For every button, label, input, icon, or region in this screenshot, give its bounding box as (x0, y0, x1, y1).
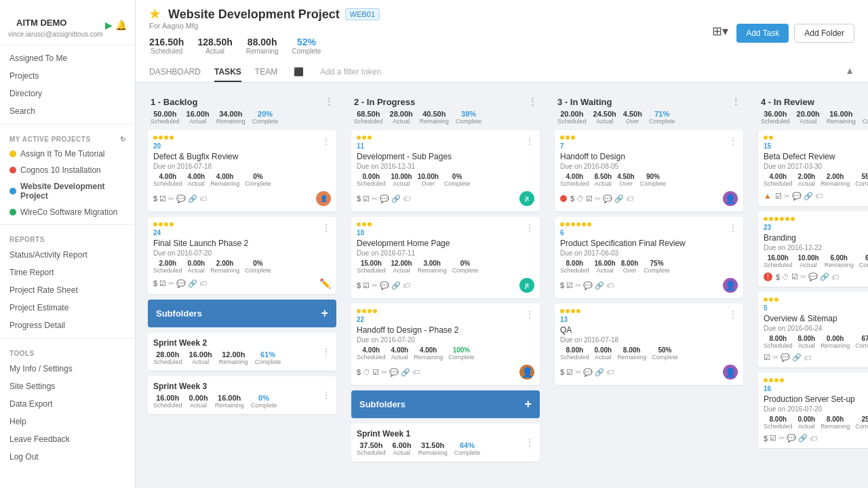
checkbox-icon-7[interactable]: ☑ (586, 195, 593, 203)
tag-icon-22[interactable]: 🏷 (412, 368, 420, 376)
filter-icon[interactable]: ⬛ (291, 63, 307, 82)
sidebar-nav-feedback[interactable]: Leave Feedback (0, 430, 135, 448)
dollar-icon-22[interactable]: $ (357, 368, 361, 376)
sprint-week1-menu[interactable]: ⋮ (525, 437, 534, 448)
tag-icon-10[interactable]: 🏷 (403, 281, 410, 289)
dollar-icon[interactable]: $ (153, 195, 157, 203)
scissors-icon-6[interactable]: ✂ (575, 281, 581, 290)
link-icon-16[interactable]: 🔗 (798, 434, 808, 443)
chat-icon-16[interactable]: 💬 (787, 434, 796, 443)
task-7-menu[interactable]: ⋮ (728, 136, 738, 146)
link-icon-15[interactable]: 🔗 (804, 192, 813, 201)
tab-dashboard[interactable]: DASHBOARD (149, 63, 201, 82)
dollar-icon-7[interactable]: $ (570, 195, 574, 203)
clock-icon-22[interactable]: ⏱ (363, 368, 370, 376)
link-icon-6[interactable]: 🔗 (595, 281, 604, 290)
chat-icon-13[interactable]: 💬 (583, 368, 593, 377)
refresh-icon[interactable]: ↻ (120, 136, 126, 143)
chat-icon-11[interactable]: 💬 (380, 195, 389, 203)
grid-view-icon[interactable]: ⊞▾ (712, 24, 728, 43)
clock-icon-23[interactable]: ⏱ (782, 273, 789, 281)
sidebar-nav-data-export[interactable]: Data Export (0, 395, 135, 413)
scissors-icon-15[interactable]: ✂ (784, 192, 790, 201)
dollar-icon-16[interactable]: $ (764, 434, 768, 443)
chat-icon-10[interactable]: 💬 (380, 281, 389, 290)
link-icon-23[interactable]: 🔗 (820, 272, 829, 281)
column-inprogress-menu[interactable]: ⋮ (528, 96, 537, 107)
tag-icon-15[interactable]: 🏷 (815, 192, 823, 200)
checkbox-icon-16[interactable]: ☑ (770, 434, 776, 443)
scissors-icon-7[interactable]: ✂ (595, 195, 601, 203)
sidebar-nav-time-report[interactable]: Time Report (0, 264, 135, 281)
scissors-icon-16[interactable]: ✂ (778, 434, 785, 443)
dollar-icon-23[interactable]: $ (776, 273, 780, 281)
sidebar-nav-search[interactable]: Search (0, 102, 135, 120)
checkbox-icon-23[interactable]: ☑ (791, 272, 798, 281)
tag-icon[interactable]: 🏷 (199, 195, 207, 203)
dollar-icon-13[interactable]: $ (560, 368, 564, 376)
sidebar-nav-help[interactable]: Help (0, 413, 135, 430)
project-item-website[interactable]: Website Development Project (0, 178, 135, 204)
filter-token[interactable]: Add a filter token (320, 63, 381, 82)
checkbox-icon-13[interactable]: ☑ (566, 368, 573, 377)
collapse-icon[interactable]: ▲ (845, 65, 854, 80)
clock-icon-7[interactable]: ⏱ (576, 195, 584, 203)
sidebar-nav-assigned[interactable]: Assigned To Me (0, 49, 135, 67)
chat-icon-22[interactable]: 💬 (389, 368, 399, 377)
tag-icon-7[interactable]: 🏷 (626, 195, 633, 203)
task-11-menu[interactable]: ⋮ (525, 136, 534, 146)
scissors-icon-22[interactable]: ✂ (381, 368, 387, 377)
checkbox-icon-10[interactable]: ☑ (363, 281, 370, 290)
sidebar-nav-directory[interactable]: Directory (0, 85, 135, 102)
checkbox-icon-5[interactable]: ☑ (764, 353, 770, 362)
scissors-icon-24[interactable]: ✂ (168, 279, 174, 288)
tab-team[interactable]: TEAM (255, 63, 277, 82)
link-icon-5[interactable]: 🔗 (792, 353, 802, 362)
chat-icon-23[interactable]: 💬 (808, 272, 818, 281)
task-13-menu[interactable]: ⋮ (728, 309, 738, 320)
add-subfolder-backlog[interactable]: + (321, 306, 328, 321)
tag-icon-6[interactable]: 🏷 (606, 281, 614, 289)
scissors-icon[interactable]: ✂ (168, 195, 174, 203)
project-item-wireco[interactable]: WireCo Software Migration (0, 204, 135, 220)
tag-icon-11[interactable]: 🏷 (403, 195, 410, 203)
sidebar-nav-estimate[interactable]: Project Estimate (0, 299, 135, 317)
sidebar-nav-rate-sheet[interactable]: Project Rate Sheet (0, 281, 135, 299)
star-icon[interactable]: ★ (149, 7, 160, 22)
chat-icon-5[interactable]: 💬 (781, 353, 790, 362)
project-item-tutorial[interactable]: Assign It To Me Tutorial (0, 146, 135, 162)
sidebar-nav-projects[interactable]: Projects (0, 67, 135, 85)
link-icon-11[interactable]: 🔗 (391, 195, 401, 203)
tag-icon-24[interactable]: 🏷 (199, 279, 207, 287)
checkbox-icon[interactable]: ☑ (159, 195, 166, 203)
dollar-icon-11[interactable]: $ (357, 195, 361, 203)
column-backlog-menu[interactable]: ⋮ (324, 96, 334, 107)
checkbox-icon-22[interactable]: ☑ (372, 368, 379, 377)
add-task-button[interactable]: Add Task (736, 24, 789, 43)
checkbox-icon-15[interactable]: ☑ (775, 192, 782, 201)
scissors-icon-13[interactable]: ✂ (575, 368, 581, 377)
add-folder-button[interactable]: Add Folder (794, 24, 854, 43)
link-icon-24[interactable]: 🔗 (188, 279, 197, 288)
link-icon-13[interactable]: 🔗 (595, 368, 604, 377)
link-icon-10[interactable]: 🔗 (391, 281, 401, 290)
link-icon-22[interactable]: 🔗 (401, 368, 410, 377)
task-6-menu[interactable]: ⋮ (728, 222, 738, 233)
task-22-menu[interactable]: ⋮ (525, 309, 534, 320)
tag-icon-23[interactable]: 🏷 (831, 273, 839, 281)
sidebar-nav-settings[interactable]: My Info / Settings (0, 360, 135, 378)
column-inwaiting-menu[interactable]: ⋮ (731, 96, 741, 107)
chat-icon-7[interactable]: 💬 (603, 195, 612, 203)
task-24-menu[interactable]: ⋮ (321, 222, 331, 233)
scissors-icon-10[interactable]: ✂ (372, 281, 378, 290)
notification-icon[interactable]: 🔔 (115, 20, 127, 30)
add-subfolder-inprogress[interactable]: + (524, 397, 532, 411)
tag-icon-5[interactable]: 🏷 (804, 354, 811, 362)
task-10-menu[interactable]: ⋮ (525, 222, 534, 233)
checkbox-icon-11[interactable]: ☑ (363, 195, 370, 203)
sidebar-nav-progress[interactable]: Progress Detail (0, 317, 135, 334)
chat-icon[interactable]: 💬 (176, 195, 186, 203)
chat-icon-6[interactable]: 💬 (583, 281, 593, 290)
subfolders-inprogress[interactable]: Subfolders + (351, 390, 540, 418)
tag-icon-16[interactable]: 🏷 (810, 434, 817, 443)
